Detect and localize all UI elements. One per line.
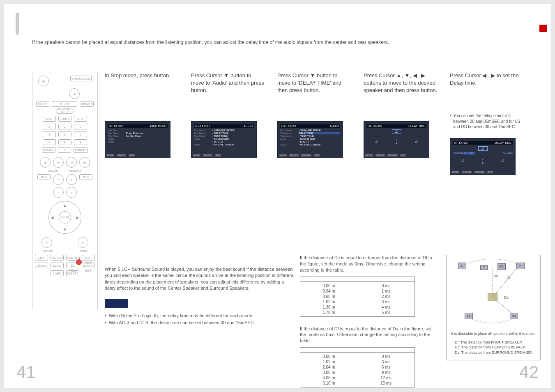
step-1: In Stop mode, press button. HT-TX715TDIS… — [105, 72, 179, 175]
return-button: ↶ — [41, 237, 52, 248]
note-badge: Note — [105, 299, 128, 308]
speaker-diagram: L C SW R Ls Rs Dc Df Ds — [452, 259, 534, 329]
rear-delay-table: 0.00 m0 ms 1.02 m3 ms 2.04 m6 ms 3.06 m9… — [300, 347, 415, 387]
rear-table-intro: If the distance of Df is equal to the di… — [300, 326, 435, 344]
note-bullet-2: With AC-3 and DTS, the delay time can be… — [105, 319, 294, 327]
note-bullet-1: With (Dolby Pro Logic II), the delay tim… — [105, 312, 294, 320]
mute-button: ✕ — [78, 237, 88, 248]
remote-illustration: ⏻OPEN/CLOSE ▲ SLEEPTUNER MEMORYDIMMER ST… — [32, 72, 98, 310]
direction-pad: ▲ ▼ ◀ ▶ ENTER — [48, 201, 81, 234]
step-3: Press Cursor ▼ button to move to 'DELAY … — [277, 72, 351, 175]
step-1-text: In Stop mode, press button. — [105, 72, 179, 109]
surround-paragraph-area: When 5.1CH Surround Sound is played, you… — [105, 266, 294, 327]
open-close-btn: OPEN/CLOSE — [70, 76, 92, 81]
step-4: Press Cursor ▲, ▼, ◀ , ▶ buttons to move… — [364, 72, 438, 175]
left-arrow-icon: ◀ — [51, 215, 54, 220]
right-arrow-icon: ▶ — [76, 215, 79, 220]
step-5-text: Press Cursor ◀ , ▶ to set the Delay time… — [450, 72, 524, 109]
delay-tables-area: If the distance of Dc is equal to or lon… — [300, 255, 435, 392]
step-3-screen: HT-TX715TAUDIO Disc Menu• SPEAKER SETUP … — [277, 121, 343, 158]
note-bullets: With (Dolby Pro Logic II), the delay tim… — [105, 312, 294, 327]
step-2: Press Cursor ▼ button to move to 'Audio'… — [191, 72, 265, 175]
page-marker — [539, 25, 547, 32]
intro-text: If the speakers cannot be placed at equa… — [32, 39, 389, 46]
speaker-diagram-box: L C SW R Ls Rs Dc Df Ds It is desirable … — [446, 255, 541, 360]
down-arrow-icon: ▼ — [63, 227, 67, 232]
step-4-screen: HT-TX715TDELAY TIME 🔊 🔊♪▲🔊 MOVESELECTRET… — [364, 121, 429, 158]
step-2-screen: HT-TX715TAUDIO Disc Menu• SPEAKER SETUP … — [191, 121, 257, 158]
step-5-screen: HT-TX715TDELAY TIME 🔊 CENTER 00mSEC00mSE… — [450, 138, 516, 175]
surround-paragraph: When 5.1CH Surround Sound is played, you… — [105, 266, 294, 292]
step-2-text: Press Cursor ▼ button to move to 'Audio'… — [191, 72, 265, 109]
page-number-left: 41 — [16, 362, 36, 382]
menu-button-highlight — [71, 256, 86, 268]
header-accent — [16, 13, 19, 35]
center-delay-table: 0.00 m0 ms 0.34 m1 ms 0.68 m2 ms 1.02 m3… — [300, 277, 415, 317]
enter-button: ENTER — [59, 211, 71, 224]
diagram-caption: It is desirable to place all speakers wi… — [450, 332, 537, 337]
step-5-tip: You can set the delay time for C between… — [450, 113, 524, 130]
step-1-screen: HT-TX715TDISC MENU Disc Menu Title MenuP… — [105, 121, 170, 158]
step-5: Press Cursor ◀ , ▶ to set the Delay time… — [450, 72, 524, 175]
diagram-lines — [452, 259, 534, 329]
diagram-legend: Df: The distance from FRONT SPEAKER Dc: … — [450, 340, 537, 355]
step-4-text: Press Cursor ▲, ▼, ◀ , ▶ buttons to move… — [364, 72, 438, 109]
center-table-intro: If the distance of Dc is equal to or lon… — [300, 255, 435, 273]
eject-btn: ▲ — [69, 88, 80, 99]
page-number-right: 42 — [519, 362, 539, 382]
power-btn: ⏻ — [38, 76, 49, 86]
step-3-text: Press Cursor ▼ button to move to 'DELAY … — [277, 72, 351, 109]
steps-container: In Stop mode, press button. HT-TX715TDIS… — [105, 72, 524, 175]
up-arrow-icon: ▲ — [63, 203, 67, 208]
